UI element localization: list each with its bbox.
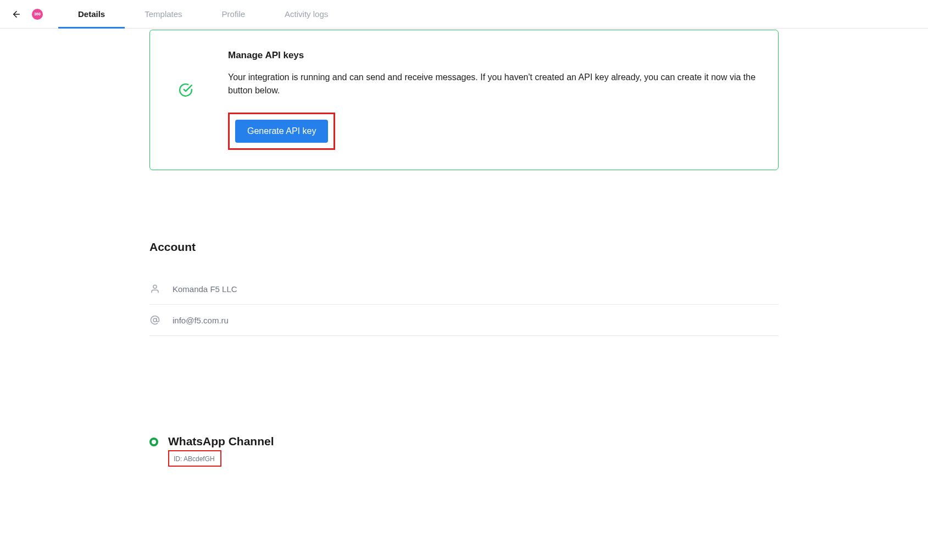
- tab-profile[interactable]: Profile: [202, 0, 265, 28]
- generate-api-key-button[interactable]: Generate API key: [235, 120, 328, 143]
- account-company-name: Komanda F5 LLC: [173, 284, 237, 294]
- tab-activity-logs[interactable]: Activity logs: [265, 0, 348, 28]
- tab-label: Templates: [145, 9, 182, 19]
- account-email-row: info@f5.com.ru: [149, 305, 779, 336]
- svg-point-1: [153, 285, 157, 288]
- app-logo-text: 360: [34, 12, 41, 16]
- user-icon: [149, 283, 160, 294]
- tab-label: Details: [78, 9, 105, 19]
- api-card-body: Manage API keys Your integration is runn…: [228, 50, 756, 150]
- account-email: info@f5.com.ru: [173, 316, 229, 325]
- at-sign-icon: [149, 315, 160, 326]
- tab-label: Activity logs: [285, 9, 328, 19]
- channel-status-indicator: [149, 438, 158, 446]
- channel-id: ID: ABcdefGH: [174, 455, 215, 463]
- tab-bar: Details Templates Profile Activity logs: [58, 0, 348, 28]
- api-card-description: Your integration is running and can send…: [228, 71, 756, 97]
- account-company-row: Komanda F5 LLC: [149, 273, 779, 305]
- tab-details[interactable]: Details: [58, 0, 125, 28]
- svg-point-2: [153, 318, 157, 322]
- channel-section: WhatsApp Channel ID: ABcdefGH: [149, 435, 779, 467]
- channel-title: WhatsApp Channel: [168, 435, 274, 448]
- tab-label: Profile: [222, 9, 246, 19]
- check-circle-icon: [179, 83, 193, 99]
- top-navbar: 360 Details Templates Profile Activity l…: [0, 0, 928, 29]
- page-content: Manage API keys Your integration is runn…: [149, 30, 779, 500]
- back-button[interactable]: [11, 9, 22, 20]
- tab-templates[interactable]: Templates: [125, 0, 202, 28]
- account-heading: Account: [149, 240, 779, 254]
- app-logo: 360: [32, 9, 43, 20]
- channel-body: WhatsApp Channel ID: ABcdefGH: [168, 435, 274, 467]
- generate-button-highlight: Generate API key: [228, 113, 335, 150]
- api-card-title: Manage API keys: [228, 50, 756, 61]
- manage-api-keys-card: Manage API keys Your integration is runn…: [149, 30, 779, 170]
- arrow-left-icon: [12, 9, 21, 19]
- channel-id-highlight: ID: ABcdefGH: [168, 450, 221, 467]
